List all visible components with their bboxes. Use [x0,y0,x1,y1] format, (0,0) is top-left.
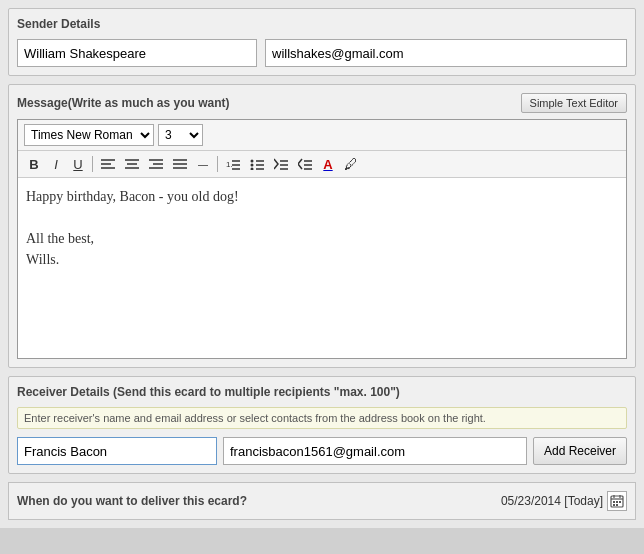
sender-section-title: Sender Details [17,17,627,31]
editor-content[interactable]: Happy birthday, Bacon - you old dog! All… [18,178,626,358]
message-line1: Happy birthday, Bacon - you old dog! [26,186,618,207]
underline-button[interactable]: U [68,154,88,174]
receiver-row: Add Receiver [17,437,627,465]
sender-name-input[interactable] [17,39,257,67]
receiver-email-input[interactable] [223,437,527,465]
delivery-date: 05/23/2014 [Today] [501,494,603,508]
unordered-list-button[interactable] [246,154,268,174]
calendar-button[interactable] [607,491,627,511]
sender-section: Sender Details [8,8,636,76]
svg-point-18 [251,168,254,171]
align-right-button[interactable] [145,154,167,174]
delivery-section: When do you want to deliver this ecard? … [8,482,636,520]
sender-row [17,39,627,67]
ordered-list-button[interactable]: 1. [222,154,244,174]
add-receiver-button[interactable]: Add Receiver [533,437,627,465]
sender-email-input[interactable] [265,39,627,67]
svg-rect-34 [619,501,621,503]
editor-container: Times New Roman Arial Verdana Georgia 1 … [17,119,627,359]
svg-rect-35 [613,504,615,506]
svg-point-16 [251,160,254,163]
justify-button[interactable] [169,154,191,174]
delivery-label: When do you want to deliver this ecard? [17,494,247,508]
font-size-select[interactable]: 1 2 3 4 5 6 7 [158,124,203,146]
bold-button[interactable]: B [24,154,44,174]
message-section: Message(Write as much as you want) Simpl… [8,84,636,368]
message-header: Message(Write as much as you want) Simpl… [17,93,627,113]
toolbar-separator-2 [217,156,218,172]
align-left-button[interactable] [97,154,119,174]
editor-toolbar-top: Times New Roman Arial Verdana Georgia 1 … [18,120,626,151]
message-section-title: Message(Write as much as you want) [17,96,230,110]
indent-button[interactable] [270,154,292,174]
font-color-button[interactable]: A [318,154,338,174]
svg-text:1.: 1. [226,160,233,169]
simple-text-editor-button[interactable]: Simple Text Editor [521,93,627,113]
svg-rect-32 [613,501,615,503]
svg-rect-33 [616,501,618,503]
align-center-button[interactable] [121,154,143,174]
main-container: Sender Details Message(Write as much as … [0,0,644,528]
receiver-hint: Enter receiver's name and email address … [17,407,627,429]
message-line4: Wills. [26,249,618,270]
hr-button[interactable]: — [193,154,213,174]
delivery-right: 05/23/2014 [Today] [501,491,627,511]
svg-point-17 [251,164,254,167]
receiver-name-input[interactable] [17,437,217,465]
toolbar-separator-1 [92,156,93,172]
outdent-button[interactable] [294,154,316,174]
receiver-section: Receiver Details (Send this ecard to mul… [8,376,636,474]
svg-rect-36 [616,504,618,506]
message-line2 [26,207,618,228]
font-family-select[interactable]: Times New Roman Arial Verdana Georgia [24,124,154,146]
editor-toolbar-bottom: B I U — 1. [18,151,626,178]
highlight-button[interactable]: 🖊 [340,154,362,174]
message-line3: All the best, [26,228,618,249]
italic-button[interactable]: I [46,154,66,174]
receiver-section-title: Receiver Details (Send this ecard to mul… [17,385,627,399]
